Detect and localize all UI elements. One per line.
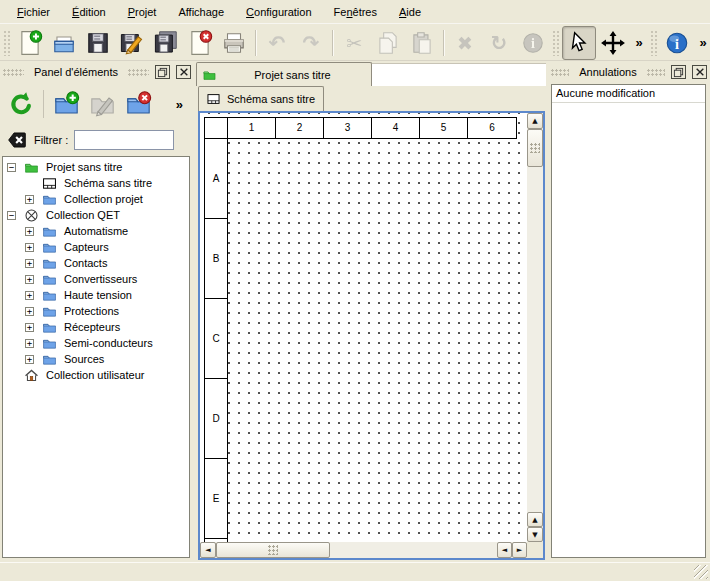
- print-icon: [221, 30, 247, 56]
- tree-item-sch-ma-sans-titre[interactable]: Schéma sans titre: [3, 175, 189, 191]
- resize-grip[interactable]: [694, 565, 708, 579]
- tab-schema[interactable]: Schéma sans titre: [198, 86, 324, 111]
- save-all-icon: [153, 30, 179, 56]
- menu-fichier[interactable]: Fichier: [6, 3, 61, 21]
- tree-item-convertisseurs[interactable]: +Convertisseurs: [3, 271, 189, 287]
- expander-minus[interactable]: −: [7, 211, 16, 220]
- close-document-button[interactable]: [183, 26, 217, 60]
- delete-category-icon: [125, 91, 152, 118]
- save-icon: [85, 30, 111, 56]
- new-category-button[interactable]: [50, 88, 82, 120]
- tree-item-collection-utilisateur[interactable]: Collection utilisateur: [3, 367, 189, 383]
- toolbar-handle[interactable]: [650, 30, 658, 56]
- toolbar-handle[interactable]: [552, 30, 560, 56]
- expander-plus[interactable]: +: [25, 259, 34, 268]
- redo-button[interactable]: ↷: [294, 26, 328, 60]
- expander-minus[interactable]: −: [7, 163, 16, 172]
- diagram-canvas[interactable]: 123456 ABCDE: [200, 113, 527, 542]
- vertical-scroll-slider[interactable]: [527, 129, 543, 167]
- menu-fen-tres[interactable]: Fenêtres: [323, 3, 388, 21]
- tree-item-protections[interactable]: +Protections: [3, 303, 189, 319]
- filter-row: Filtrer :: [0, 126, 194, 154]
- save-button[interactable]: [81, 26, 115, 60]
- delete-button[interactable]: ✖: [448, 26, 482, 60]
- scroll-right-button[interactable]: ►: [512, 542, 527, 558]
- expander-plus[interactable]: +: [25, 339, 34, 348]
- schema-icon: [40, 176, 59, 191]
- scroll-left-button-right[interactable]: ◄: [497, 542, 512, 558]
- float-panel-button[interactable]: [671, 65, 686, 79]
- toolbar-overflow-button[interactable]: »: [630, 28, 648, 58]
- tree-item-label: Haute tension: [64, 289, 132, 301]
- close-panel-button[interactable]: [692, 65, 707, 79]
- toolbar-handle[interactable]: [3, 30, 11, 56]
- save-as-button[interactable]: [115, 26, 149, 60]
- tab-project[interactable]: Projet sans titre: [196, 62, 372, 86]
- reload-button[interactable]: [5, 88, 37, 120]
- expander-plus[interactable]: +: [25, 243, 34, 252]
- menu-configuration[interactable]: Configuration: [235, 3, 322, 21]
- vertical-scrollbar[interactable]: ▲ ▲ ▼: [527, 113, 543, 542]
- tree-item-projet-sans-titre[interactable]: −Projet sans titre: [3, 159, 189, 175]
- menu-aide[interactable]: Aide: [388, 3, 432, 21]
- horizontal-scroll-slider[interactable]: [216, 542, 330, 558]
- expander-plus[interactable]: +: [25, 355, 34, 364]
- tree-item-contacts[interactable]: +Contacts: [3, 255, 189, 271]
- filter-clear-button[interactable]: [6, 130, 28, 150]
- menu-affichage[interactable]: Affichage: [167, 3, 235, 21]
- tree-item-sources[interactable]: +Sources: [3, 351, 189, 367]
- expander-plus[interactable]: +: [25, 307, 34, 316]
- about-info-button[interactable]: i: [660, 26, 694, 60]
- copy-button[interactable]: [371, 26, 405, 60]
- horizontal-scrollbar[interactable]: ◄ ◄ ►: [200, 542, 527, 558]
- scroll-down-button[interactable]: ▼: [527, 527, 543, 542]
- tree-item-capteurs[interactable]: +Capteurs: [3, 239, 189, 255]
- element-info-button[interactable]: i: [516, 26, 550, 60]
- open-document-button[interactable]: [47, 26, 81, 60]
- tree-item-r-cepteurs[interactable]: +Récepteurs: [3, 319, 189, 335]
- move-tool-button[interactable]: [596, 26, 630, 60]
- tree-item-haute-tension[interactable]: +Haute tension: [3, 287, 189, 303]
- elements-panel-titlebar[interactable]: Panel d'éléments: [0, 62, 194, 82]
- filter-input[interactable]: [74, 130, 174, 150]
- delete-category-button[interactable]: [122, 88, 154, 120]
- tree-item-automatisme[interactable]: +Automatisme: [3, 223, 189, 239]
- expander-plus[interactable]: +: [25, 195, 34, 204]
- toolbar-overflow-button[interactable]: »: [176, 97, 189, 112]
- paste-button[interactable]: [405, 26, 439, 60]
- folder-icon: [40, 320, 59, 335]
- expander-plus[interactable]: +: [25, 323, 34, 332]
- tree-item-collection-projet[interactable]: +Collection projet: [3, 191, 189, 207]
- toolbar-overflow-button[interactable]: »: [694, 28, 710, 58]
- menu-projet[interactable]: Projet: [117, 3, 168, 21]
- project-folder-icon: [201, 68, 218, 82]
- expander-plus[interactable]: +: [25, 275, 34, 284]
- schema-tabbar: Schéma sans titre: [196, 86, 546, 111]
- save-all-button[interactable]: [149, 26, 183, 60]
- scroll-up-button-bottom[interactable]: ▲: [527, 512, 543, 527]
- tree-item-semi-conducteurs[interactable]: +Semi-conducteurs: [3, 335, 189, 351]
- rotate-button[interactable]: ↻: [482, 26, 516, 60]
- print-button[interactable]: [217, 26, 251, 60]
- tree-item-collection-qet[interactable]: −Collection QET: [3, 207, 189, 223]
- float-panel-button[interactable]: [155, 65, 170, 79]
- cut-button[interactable]: ✂: [337, 26, 371, 60]
- menu-dition[interactable]: Édition: [61, 3, 117, 21]
- ruler-row-d: D: [205, 379, 227, 459]
- tree-item-label: Capteurs: [64, 241, 109, 253]
- close-panel-button[interactable]: [176, 65, 191, 79]
- undo-panel-titlebar[interactable]: Annulations: [548, 62, 710, 82]
- scroll-left-button[interactable]: ◄: [200, 542, 216, 558]
- undo-list-item[interactable]: Aucune modification: [552, 85, 705, 103]
- ruler-column-3: 3: [324, 118, 372, 138]
- scroll-up-button[interactable]: ▲: [527, 113, 543, 129]
- close-document-icon: [187, 30, 213, 56]
- expander-plus[interactable]: +: [25, 291, 34, 300]
- new-document-button[interactable]: [13, 26, 47, 60]
- ruler-column-5: 5: [420, 118, 468, 138]
- expander-plus[interactable]: +: [25, 227, 34, 236]
- edit-category-button[interactable]: [86, 88, 118, 120]
- undo-button[interactable]: ↶: [260, 26, 294, 60]
- undo-history-list[interactable]: Aucune modification: [551, 84, 706, 558]
- select-tool-button[interactable]: [562, 26, 596, 60]
